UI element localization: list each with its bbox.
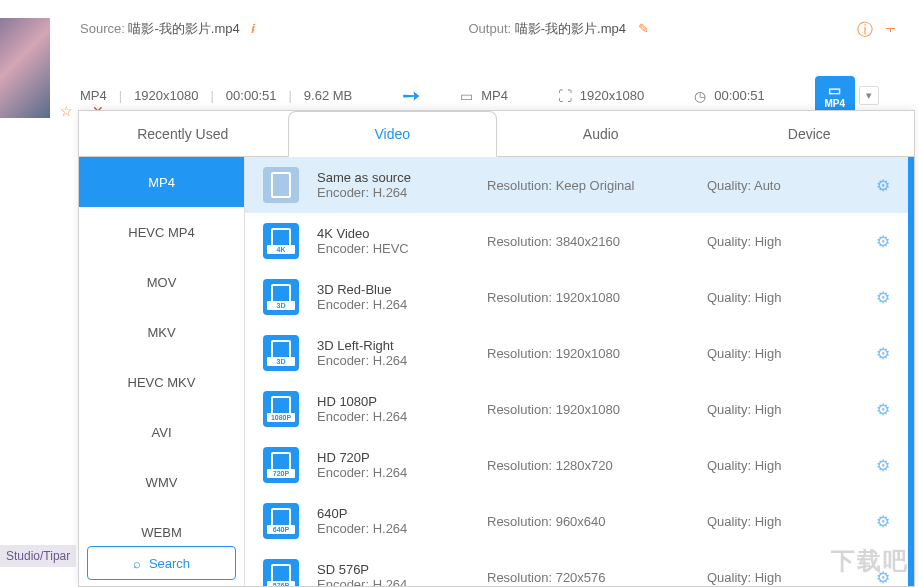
- output-format: MP4: [481, 88, 508, 103]
- sidebar-item-mkv[interactable]: MKV: [79, 307, 244, 357]
- search-icon: ⌕: [133, 556, 141, 571]
- profile-row[interactable]: 640P640PEncoder: H.264Resolution: 960x64…: [245, 493, 908, 549]
- gear-icon[interactable]: ⚙: [876, 288, 890, 307]
- profile-icon: 3D: [263, 279, 299, 315]
- profile-row[interactable]: 4K4K VideoEncoder: HEVCResolution: 3840x…: [245, 213, 908, 269]
- profile-row[interactable]: Same as sourceEncoder: H.264Resolution: …: [245, 157, 908, 213]
- profile-icon: 1080P: [263, 391, 299, 427]
- profile-resolution: Resolution: 1920x1080: [487, 290, 707, 305]
- profile-title: 4K Video: [317, 226, 487, 241]
- tab-device[interactable]: Device: [706, 111, 915, 156]
- sidebar-item-hevc-mkv[interactable]: HEVC MKV: [79, 357, 244, 407]
- profile-row[interactable]: 3D3D Red-BlueEncoder: H.264Resolution: 1…: [245, 269, 908, 325]
- star-icon[interactable]: ☆: [60, 103, 73, 119]
- source-format: MP4: [80, 88, 107, 103]
- profile-row[interactable]: 3D3D Left-RightEncoder: H.264Resolution:…: [245, 325, 908, 381]
- sidebar-item-avi[interactable]: AVI: [79, 407, 244, 457]
- sidebar-item-wmv[interactable]: WMV: [79, 457, 244, 507]
- profile-encoder: Encoder: H.264: [317, 465, 487, 480]
- profile-icon: 640P: [263, 503, 299, 539]
- profile-row[interactable]: 1080PHD 1080PEncoder: H.264Resolution: 1…: [245, 381, 908, 437]
- film-icon: ▭: [460, 88, 473, 104]
- profile-resolution: Resolution: 1920x1080: [487, 346, 707, 361]
- profile-resolution: Resolution: 1920x1080: [487, 402, 707, 417]
- profile-encoder: Encoder: H.264: [317, 409, 487, 424]
- profile-row[interactable]: 720PHD 720PEncoder: H.264Resolution: 128…: [245, 437, 908, 493]
- profile-quality: Quality: High: [707, 290, 858, 305]
- gear-icon[interactable]: ⚙: [876, 568, 890, 587]
- info-icon[interactable]: i: [251, 21, 255, 36]
- profile-icon: 4K: [263, 223, 299, 259]
- profile-resolution: Resolution: 3840x2160: [487, 234, 707, 249]
- profile-icon: [263, 167, 299, 203]
- profile-title: 640P: [317, 506, 487, 521]
- source-filename: 喵影-我的影片.mp4: [128, 21, 239, 36]
- sidebar-item-hevc-mp4[interactable]: HEVC MP4: [79, 207, 244, 257]
- profile-quality: Quality: High: [707, 402, 858, 417]
- profile-resolution: Resolution: 720x576: [487, 570, 707, 585]
- source-thumbnail: [0, 18, 50, 118]
- profile-title: 3D Left-Right: [317, 338, 487, 353]
- profile-encoder: Encoder: H.264: [317, 297, 487, 312]
- tab-video[interactable]: Video: [288, 111, 498, 157]
- profile-quality: Quality: High: [707, 458, 858, 473]
- profile-encoder: Encoder: H.264: [317, 353, 487, 368]
- profile-title: Same as source: [317, 170, 487, 185]
- profile-row[interactable]: 576PSD 576PEncoder: H.264Resolution: 720…: [245, 549, 908, 586]
- sidebar-item-webm[interactable]: WEBM: [79, 507, 244, 540]
- profile-quality: Quality: High: [707, 234, 858, 249]
- profile-quality: Quality: High: [707, 346, 858, 361]
- source-label: Source:: [80, 21, 125, 36]
- gear-icon[interactable]: ⚙: [876, 512, 890, 531]
- profile-quality: Quality: Auto: [707, 178, 858, 193]
- tab-recently-used[interactable]: Recently Used: [79, 111, 288, 156]
- profile-panel: Recently UsedVideoAudioDevice MP4HEVC MP…: [78, 110, 915, 587]
- output-label: Output:: [469, 21, 512, 36]
- output-duration: 00:00:51: [714, 88, 765, 103]
- sidebar-item-mov[interactable]: MOV: [79, 257, 244, 307]
- tab-audio[interactable]: Audio: [497, 111, 706, 156]
- output-filename: 喵影-我的影片.mp4: [515, 21, 626, 36]
- split-icon[interactable]: ⫟: [883, 20, 899, 41]
- circle-info-icon[interactable]: ⓘ: [857, 20, 873, 41]
- profile-title: HD 720P: [317, 450, 487, 465]
- arrow-icon: ➙: [402, 83, 420, 109]
- profile-encoder: Encoder: H.264: [317, 185, 487, 200]
- gear-icon[interactable]: ⚙: [876, 456, 890, 475]
- format-dropdown[interactable]: ▾: [859, 86, 879, 105]
- gear-icon[interactable]: ⚙: [876, 176, 890, 195]
- profile-icon: 3D: [263, 335, 299, 371]
- profile-icon: 576P: [263, 559, 299, 586]
- profile-quality: Quality: High: [707, 514, 858, 529]
- profile-title: 3D Red-Blue: [317, 282, 487, 297]
- profile-title: HD 1080P: [317, 394, 487, 409]
- profile-icon: 720P: [263, 447, 299, 483]
- expand-icon: ⛶: [558, 88, 572, 104]
- gear-icon[interactable]: ⚙: [876, 400, 890, 419]
- gear-icon[interactable]: ⚙: [876, 344, 890, 363]
- source-duration: 00:00:51: [226, 88, 277, 103]
- edit-icon[interactable]: ✎: [638, 21, 649, 36]
- sidebar-item-mp4[interactable]: MP4: [79, 157, 244, 207]
- search-button[interactable]: ⌕ Search: [87, 546, 236, 580]
- source-resolution: 1920x1080: [134, 88, 198, 103]
- source-size: 9.62 MB: [304, 88, 352, 103]
- clock-icon: ◷: [694, 88, 706, 104]
- gear-icon[interactable]: ⚙: [876, 232, 890, 251]
- profile-encoder: Encoder: HEVC: [317, 241, 487, 256]
- profile-title: SD 576P: [317, 562, 487, 577]
- profile-resolution: Resolution: 960x640: [487, 514, 707, 529]
- profile-encoder: Encoder: H.264: [317, 521, 487, 536]
- profile-resolution: Resolution: Keep Original: [487, 178, 707, 193]
- output-resolution: 1920x1080: [580, 88, 644, 103]
- profile-resolution: Resolution: 1280x720: [487, 458, 707, 473]
- path-text: Studio/Tipar: [0, 545, 76, 567]
- profile-quality: Quality: High: [707, 570, 858, 585]
- profile-encoder: Encoder: H.264: [317, 577, 487, 586]
